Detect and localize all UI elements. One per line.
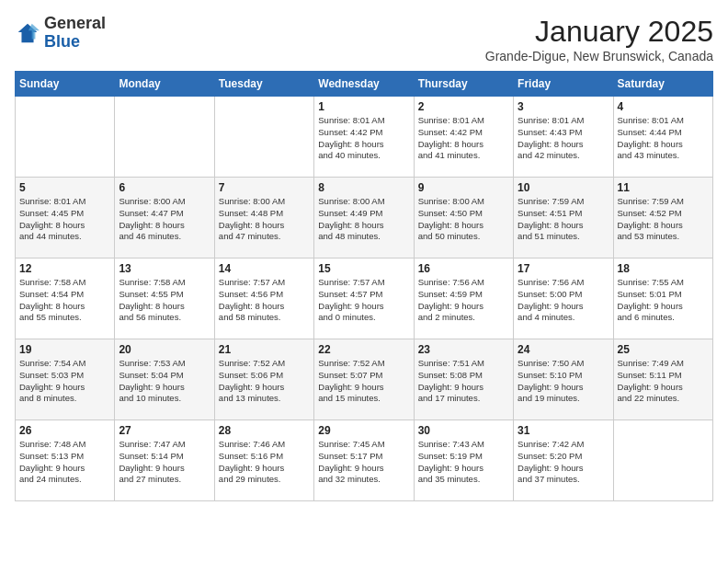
calendar-cell: 11Sunrise: 7:59 AM Sunset: 4:52 PM Dayli… [613, 178, 712, 259]
calendar-cell: 15Sunrise: 7:57 AM Sunset: 4:57 PM Dayli… [314, 259, 414, 339]
weekday-header: Friday [514, 72, 613, 97]
cell-info: Sunrise: 8:01 AM Sunset: 4:42 PM Dayligh… [318, 115, 409, 162]
calendar-cell: 6Sunrise: 8:00 AM Sunset: 4:47 PM Daylig… [115, 178, 214, 259]
calendar-cell: 29Sunrise: 7:45 AM Sunset: 5:17 PM Dayli… [314, 420, 414, 501]
calendar-header: SundayMondayTuesdayWednesdayThursdayFrid… [16, 72, 713, 97]
day-number: 21 [219, 343, 310, 356]
cell-info: Sunrise: 7:50 AM Sunset: 5:10 PM Dayligh… [518, 358, 609, 405]
calendar-cell: 10Sunrise: 7:59 AM Sunset: 4:51 PM Dayli… [514, 178, 613, 259]
calendar-cell: 4Sunrise: 8:01 AM Sunset: 4:44 PM Daylig… [613, 97, 712, 178]
cell-info: Sunrise: 7:46 AM Sunset: 5:16 PM Dayligh… [219, 439, 310, 486]
day-number: 10 [518, 181, 609, 194]
calendar-cell: 19Sunrise: 7:54 AM Sunset: 5:03 PM Dayli… [16, 339, 115, 420]
weekday-header: Tuesday [214, 72, 313, 97]
weekday-header: Monday [115, 72, 214, 97]
cell-info: Sunrise: 7:47 AM Sunset: 5:14 PM Dayligh… [119, 439, 210, 486]
calendar-week-row: 5Sunrise: 8:01 AM Sunset: 4:45 PM Daylig… [16, 178, 713, 259]
day-number: 30 [418, 424, 509, 437]
day-number: 17 [518, 262, 609, 275]
calendar-cell: 25Sunrise: 7:49 AM Sunset: 5:11 PM Dayli… [613, 339, 712, 420]
location: Grande-Digue, New Brunswick, Canada [485, 49, 713, 63]
cell-info: Sunrise: 7:49 AM Sunset: 5:11 PM Dayligh… [618, 358, 709, 405]
cell-info: Sunrise: 7:45 AM Sunset: 5:17 PM Dayligh… [318, 439, 409, 486]
calendar-cell [214, 97, 313, 178]
cell-info: Sunrise: 7:51 AM Sunset: 5:08 PM Dayligh… [418, 358, 509, 405]
day-number: 26 [19, 424, 110, 437]
day-number: 28 [219, 424, 310, 437]
calendar-cell: 14Sunrise: 7:57 AM Sunset: 4:56 PM Dayli… [214, 259, 313, 339]
day-number: 20 [119, 343, 210, 356]
day-number: 19 [19, 343, 110, 356]
day-number: 6 [119, 181, 210, 194]
cell-info: Sunrise: 8:00 AM Sunset: 4:47 PM Dayligh… [119, 196, 210, 243]
calendar-cell: 9Sunrise: 8:00 AM Sunset: 4:50 PM Daylig… [414, 178, 513, 259]
day-number: 25 [618, 343, 709, 356]
page-header: General Blue January 2025 Grande-Digue, … [15, 15, 713, 63]
day-number: 22 [318, 343, 409, 356]
month-title: January 2025 [485, 15, 713, 49]
cell-info: Sunrise: 7:48 AM Sunset: 5:13 PM Dayligh… [19, 439, 110, 486]
day-number: 3 [518, 100, 609, 113]
calendar-cell: 31Sunrise: 7:42 AM Sunset: 5:20 PM Dayli… [514, 420, 613, 501]
day-number: 13 [119, 262, 210, 275]
cell-info: Sunrise: 7:54 AM Sunset: 5:03 PM Dayligh… [19, 358, 110, 405]
calendar-cell: 24Sunrise: 7:50 AM Sunset: 5:10 PM Dayli… [514, 339, 613, 420]
logo-blue: Blue [44, 32, 80, 51]
calendar-week-row: 19Sunrise: 7:54 AM Sunset: 5:03 PM Dayli… [16, 339, 713, 420]
logo-text: General Blue [44, 15, 106, 52]
calendar-cell [613, 420, 712, 501]
day-number: 8 [318, 181, 409, 194]
logo-general: General [44, 14, 106, 32]
calendar-cell: 18Sunrise: 7:55 AM Sunset: 5:01 PM Dayli… [613, 259, 712, 339]
calendar-cell: 13Sunrise: 7:58 AM Sunset: 4:55 PM Dayli… [115, 259, 214, 339]
cell-info: Sunrise: 7:58 AM Sunset: 4:55 PM Dayligh… [119, 277, 210, 324]
calendar-week-row: 26Sunrise: 7:48 AM Sunset: 5:13 PM Dayli… [16, 420, 713, 501]
day-number: 29 [318, 424, 409, 437]
day-number: 27 [119, 424, 210, 437]
day-number: 2 [418, 100, 509, 113]
day-number: 15 [318, 262, 409, 275]
calendar-week-row: 12Sunrise: 7:58 AM Sunset: 4:54 PM Dayli… [16, 259, 713, 339]
title-block: January 2025 Grande-Digue, New Brunswick… [485, 15, 713, 63]
cell-info: Sunrise: 7:53 AM Sunset: 5:04 PM Dayligh… [119, 358, 210, 405]
calendar-cell: 30Sunrise: 7:43 AM Sunset: 5:19 PM Dayli… [414, 420, 513, 501]
calendar-cell: 23Sunrise: 7:51 AM Sunset: 5:08 PM Dayli… [414, 339, 513, 420]
cell-info: Sunrise: 7:58 AM Sunset: 4:54 PM Dayligh… [19, 277, 110, 324]
day-number: 4 [618, 100, 709, 113]
day-number: 11 [618, 181, 709, 194]
weekday-header: Saturday [613, 72, 712, 97]
cell-info: Sunrise: 8:00 AM Sunset: 4:49 PM Dayligh… [318, 196, 409, 243]
calendar-cell: 16Sunrise: 7:56 AM Sunset: 4:59 PM Dayli… [414, 259, 513, 339]
day-number: 31 [518, 424, 609, 437]
cell-info: Sunrise: 7:52 AM Sunset: 5:06 PM Dayligh… [219, 358, 310, 405]
cell-info: Sunrise: 7:57 AM Sunset: 4:56 PM Dayligh… [219, 277, 310, 324]
cell-info: Sunrise: 7:52 AM Sunset: 5:07 PM Dayligh… [318, 358, 409, 405]
cell-info: Sunrise: 8:01 AM Sunset: 4:43 PM Dayligh… [518, 115, 609, 162]
calendar-cell: 12Sunrise: 7:58 AM Sunset: 4:54 PM Dayli… [16, 259, 115, 339]
day-number: 5 [19, 181, 110, 194]
cell-info: Sunrise: 8:01 AM Sunset: 4:45 PM Dayligh… [19, 196, 110, 243]
day-number: 23 [418, 343, 509, 356]
calendar-cell: 28Sunrise: 7:46 AM Sunset: 5:16 PM Dayli… [214, 420, 313, 501]
calendar-cell: 21Sunrise: 7:52 AM Sunset: 5:06 PM Dayli… [214, 339, 313, 420]
day-number: 16 [418, 262, 509, 275]
calendar-cell: 20Sunrise: 7:53 AM Sunset: 5:04 PM Dayli… [115, 339, 214, 420]
logo-icon [15, 20, 40, 46]
calendar-cell: 1Sunrise: 8:01 AM Sunset: 4:42 PM Daylig… [314, 97, 414, 178]
day-number: 12 [19, 262, 110, 275]
calendar-week-row: 1Sunrise: 8:01 AM Sunset: 4:42 PM Daylig… [16, 97, 713, 178]
calendar-cell: 26Sunrise: 7:48 AM Sunset: 5:13 PM Dayli… [16, 420, 115, 501]
cell-info: Sunrise: 7:59 AM Sunset: 4:51 PM Dayligh… [518, 196, 609, 243]
calendar-cell [115, 97, 214, 178]
cell-info: Sunrise: 8:01 AM Sunset: 4:44 PM Dayligh… [618, 115, 709, 162]
cell-info: Sunrise: 8:00 AM Sunset: 4:48 PM Dayligh… [219, 196, 310, 243]
cell-info: Sunrise: 8:01 AM Sunset: 4:42 PM Dayligh… [418, 115, 509, 162]
calendar-cell: 3Sunrise: 8:01 AM Sunset: 4:43 PM Daylig… [514, 97, 613, 178]
cell-info: Sunrise: 7:42 AM Sunset: 5:20 PM Dayligh… [518, 439, 609, 486]
cell-info: Sunrise: 7:55 AM Sunset: 5:01 PM Dayligh… [618, 277, 709, 324]
day-number: 14 [219, 262, 310, 275]
cell-info: Sunrise: 7:56 AM Sunset: 5:00 PM Dayligh… [518, 277, 609, 324]
calendar-cell: 2Sunrise: 8:01 AM Sunset: 4:42 PM Daylig… [414, 97, 513, 178]
calendar-cell: 17Sunrise: 7:56 AM Sunset: 5:00 PM Dayli… [514, 259, 613, 339]
cell-info: Sunrise: 8:00 AM Sunset: 4:50 PM Dayligh… [418, 196, 509, 243]
